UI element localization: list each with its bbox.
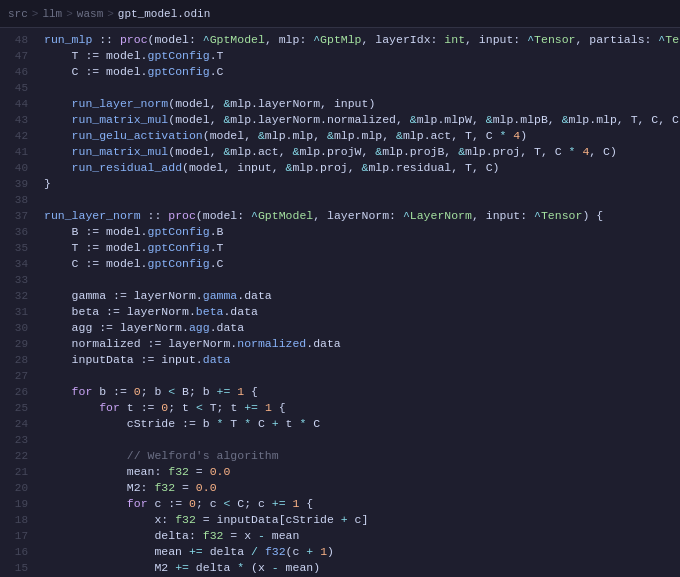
- code-line-17: delta: f32 = x - mean: [44, 528, 680, 544]
- ln-42: 42: [0, 128, 28, 144]
- code-line-33: [44, 272, 680, 288]
- code-line-35: T := model.gptConfig.T: [44, 240, 680, 256]
- ln-33: 33: [0, 272, 28, 288]
- code-line-47: T := model.gptConfig.T: [44, 48, 680, 64]
- ln-21: 21: [0, 464, 28, 480]
- ln-34: 34: [0, 256, 28, 272]
- ln-47: 47: [0, 48, 28, 64]
- code-line-37: run_layer_norm :: proc(model: ^GptModel,…: [44, 208, 680, 224]
- ln-20: 20: [0, 480, 28, 496]
- breadcrumb: src > llm > wasm > gpt_model.odin: [8, 8, 210, 20]
- code-line-27: [44, 368, 680, 384]
- ln-46: 46: [0, 64, 28, 80]
- code-line-46: C := model.gptConfig.C: [44, 64, 680, 80]
- ln-23: 23: [0, 432, 28, 448]
- ln-30: 30: [0, 320, 28, 336]
- ln-40: 40: [0, 160, 28, 176]
- code-line-15: M2 += delta * (x - mean): [44, 560, 680, 576]
- ln-36: 36: [0, 224, 28, 240]
- code-line-44: run_layer_norm(model, &mlp.layerNorm, in…: [44, 96, 680, 112]
- ln-27: 27: [0, 368, 28, 384]
- breadcrumb-file: gpt_model.odin: [118, 8, 210, 20]
- breadcrumb-sep-3: >: [107, 8, 114, 20]
- code-line-24: cStride := b * T * C + t * C: [44, 416, 680, 432]
- code-line-40: run_residual_add(model, input, &mlp.proj…: [44, 160, 680, 176]
- code-line-43: run_matrix_mul(model, &mlp.layerNorm.nor…: [44, 112, 680, 128]
- code-line-30: agg := layerNorm.agg.data: [44, 320, 680, 336]
- code-line-18: x: f32 = inputData[cStride + c]: [44, 512, 680, 528]
- code-line-48: run_mlp :: proc(model: ^GptModel, mlp: ^…: [44, 32, 680, 48]
- breadcrumb-src: src: [8, 8, 28, 20]
- tab-bar: src > llm > wasm > gpt_model.odin: [0, 0, 680, 28]
- ln-28: 28: [0, 352, 28, 368]
- breadcrumb-sep-1: >: [32, 8, 39, 20]
- code-line-20: M2: f32 = 0.0: [44, 480, 680, 496]
- breadcrumb-sep-2: >: [66, 8, 73, 20]
- ln-45: 45: [0, 80, 28, 96]
- code-line-38: [44, 192, 680, 208]
- ln-37: 37: [0, 208, 28, 224]
- code-line-34: C := model.gptConfig.C: [44, 256, 680, 272]
- code-line-29: normalized := layerNorm.normalized.data: [44, 336, 680, 352]
- code-line-31: beta := layerNorm.beta.data: [44, 304, 680, 320]
- ln-29: 29: [0, 336, 28, 352]
- ln-31: 31: [0, 304, 28, 320]
- ln-41: 41: [0, 144, 28, 160]
- code-line-21: mean: f32 = 0.0: [44, 464, 680, 480]
- breadcrumb-wasm: wasm: [77, 8, 103, 20]
- code-line-39: }: [44, 176, 680, 192]
- ln-15: 15: [0, 560, 28, 576]
- code-line-23: [44, 432, 680, 448]
- ln-35: 35: [0, 240, 28, 256]
- ln-16: 16: [0, 544, 28, 560]
- code-line-42: run_gelu_activation(model, &mlp.mlp, &ml…: [44, 128, 680, 144]
- ln-39: 39: [0, 176, 28, 192]
- code-content[interactable]: run_mlp :: proc(model: ^GptModel, mlp: ^…: [36, 28, 680, 577]
- ln-25: 25: [0, 400, 28, 416]
- code-line-28: inputData := input.data: [44, 352, 680, 368]
- code-area: 48 47 46 45 44 43 42 41 40 39 38 37 36 3…: [0, 28, 680, 577]
- code-line-45: [44, 80, 680, 96]
- code-line-25: for t := 0; t < T; t += 1 {: [44, 400, 680, 416]
- code-line-36: B := model.gptConfig.B: [44, 224, 680, 240]
- line-numbers: 48 47 46 45 44 43 42 41 40 39 38 37 36 3…: [0, 28, 36, 577]
- code-line-41: run_matrix_mul(model, &mlp.act, &mlp.pro…: [44, 144, 680, 160]
- ln-24: 24: [0, 416, 28, 432]
- code-line-22: // Welford's algorithm: [44, 448, 680, 464]
- ln-17: 17: [0, 528, 28, 544]
- code-line-16: mean += delta / f32(c + 1): [44, 544, 680, 560]
- ln-38: 38: [0, 192, 28, 208]
- ln-48: 48: [0, 32, 28, 48]
- code-line-26: for b := 0; b < B; b += 1 {: [44, 384, 680, 400]
- editor: src > llm > wasm > gpt_model.odin 48 47 …: [0, 0, 680, 577]
- ln-44: 44: [0, 96, 28, 112]
- code-line-32: gamma := layerNorm.gamma.data: [44, 288, 680, 304]
- ln-22: 22: [0, 448, 28, 464]
- ln-26: 26: [0, 384, 28, 400]
- code-line-19: for c := 0; c < C; c += 1 {: [44, 496, 680, 512]
- breadcrumb-llm: llm: [42, 8, 62, 20]
- ln-32: 32: [0, 288, 28, 304]
- ln-43: 43: [0, 112, 28, 128]
- ln-19: 19: [0, 496, 28, 512]
- ln-18: 18: [0, 512, 28, 528]
